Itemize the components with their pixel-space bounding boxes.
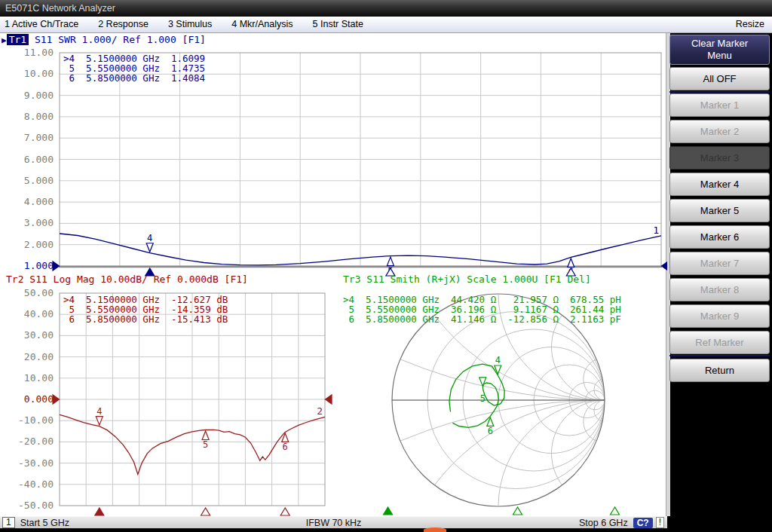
svg-text:4: 4 [495,355,501,365]
svg-text:-50.00: -50.00 [18,500,54,511]
trace1-title: ▶Tr1 S11 SWR 1.000/ Ref 1.000 [F1] [2,34,206,45]
menu-item-3[interactable]: 3 Stimulus [158,17,222,33]
trace2-marker-readout: >4 5.1500000 GHz -12.627 dB 5 5.5500000 … [63,295,228,324]
softkey-header-line2: Menu [670,50,769,62]
background-window-sliver [424,527,446,532]
svg-text:8.000: 8.000 [24,111,54,122]
alert-indicator[interactable]: ! [656,517,664,528]
svg-text:5.000: 5.000 [24,175,54,186]
marker-readout-row: 6 5.8500000 GHz 41.146 Ω -12.856 Ω 2.116… [343,314,621,324]
softkey-marker-7[interactable]: Marker 7 [669,252,770,275]
softkey-menu-header: Clear Marker Menu [669,35,770,65]
svg-text:10.00: 10.00 [24,372,54,384]
svg-text:4: 4 [147,233,152,243]
svg-text:-20.00: -20.00 [18,436,54,447]
trace1-badge[interactable]: Tr1 [7,34,29,45]
trace2-title[interactable]: Tr2 S11 Log Mag 10.00dB/ Ref 0.000dB [F1… [6,274,248,285]
svg-text:6.000: 6.000 [24,154,54,165]
menu-item-resize[interactable]: Resize [728,17,772,33]
svg-text:6: 6 [283,442,288,452]
svg-text:5: 5 [480,393,486,404]
svg-text:-10.00: -10.00 [18,414,54,426]
svg-text:9.000: 9.000 [24,90,54,101]
trace3-marker-readout: >4 5.1500000 GHz 44.420 Ω 21.957 Ω 678.5… [343,295,621,324]
svg-text:3.000: 3.000 [24,217,54,228]
svg-text:0.000: 0.000 [24,393,54,405]
status-bar: IFBW 70 kHz 1 Start 5 GHz Stop 6 GHz C? … [0,516,667,529]
svg-text:-40.00: -40.00 [18,478,54,490]
softkey-marker-6[interactable]: Marker 6 [669,225,770,249]
softkey-marker-2[interactable]: Marker 2 [669,120,770,143]
softkey-ref-marker[interactable]: Ref Marker [669,331,770,354]
softkey-marker-4[interactable]: Marker 4 [669,173,770,196]
softkey-marker-5[interactable]: Marker 5 [669,199,770,222]
svg-text:4: 4 [96,406,102,417]
status-bar-right: Stop 6 GHz C? ! [579,517,667,528]
softkey-marker-8[interactable]: Marker 8 [669,278,770,301]
marker-readout-row: 6 5.8500000 GHz 1.4084 [63,73,205,83]
svg-text:11.00: 11.00 [24,47,54,58]
menu-item-1[interactable]: 1 Active Ch/Trace [0,17,88,33]
stop-frequency-readout: Stop 6 GHz [579,518,628,528]
svg-text:2: 2 [317,405,323,417]
trace1-format-label: S11 SWR 1.000/ Ref 1.000 [F1] [29,34,206,45]
correction-status-badge: C? [633,518,653,528]
svg-text:2.000: 2.000 [24,239,54,250]
instrument-screen: E5071C Network Analyzer 1 Active Ch/Trac… [0,0,772,532]
softkey-separator [669,355,770,356]
softkey-all-off[interactable]: All OFF [669,67,770,90]
ifbw-readout: IFBW 70 kHz [0,518,667,528]
softkey-return[interactable]: Return [669,359,770,382]
window-title-bar: E5071C Network Analyzer [0,0,772,17]
menu-item-5[interactable]: 5 Instr State [303,17,373,33]
svg-text:-30.00: -30.00 [18,457,54,469]
svg-text:5: 5 [203,439,208,450]
menu-item-2[interactable]: 2 Response [88,17,158,33]
svg-text:1: 1 [653,225,659,236]
svg-text:1.000: 1.000 [24,260,54,271]
window-title: E5071C Network Analyzer [5,3,115,14]
svg-text:30.00: 30.00 [24,329,54,341]
softkey-marker-9[interactable]: Marker 9 [669,304,770,328]
menu-item-4[interactable]: 4 Mkr/Analysis [222,17,302,33]
trace1-marker-readout: >4 5.1500000 GHz 1.6099 5 5.5500000 GHz … [63,54,205,83]
menu-bar: 1 Active Ch/Trace2 Response3 Stimulus4 M… [0,17,772,33]
svg-text:7.000: 7.000 [24,132,54,143]
softkey-header-line1: Clear Marker [670,38,769,50]
softkey-separator [669,91,770,93]
svg-text:20.00: 20.00 [24,351,54,362]
active-trace-arrow-icon: ▶ [2,35,7,45]
trace3-title[interactable]: Tr3 S11 Smith (R+jX) Scale 1.000U [F1 De… [343,274,591,285]
softkey-marker-3[interactable]: Marker 3 [669,146,770,170]
softkey-marker-1[interactable]: Marker 1 [669,93,770,117]
marker-readout-row: 6 5.8500000 GHz -15.413 dB [63,314,228,324]
svg-text:40.00: 40.00 [24,308,54,320]
softkey-column: Clear Marker Menu All OFFMarker 1Marker … [669,33,770,516]
softkey-sidebar: Clear Marker Menu All OFFMarker 1Marker … [666,33,772,532]
svg-text:50.00: 50.00 [24,287,54,298]
svg-text:10.00: 10.00 [24,68,54,79]
svg-text:4.000: 4.000 [24,196,54,207]
svg-text:6: 6 [488,426,493,436]
